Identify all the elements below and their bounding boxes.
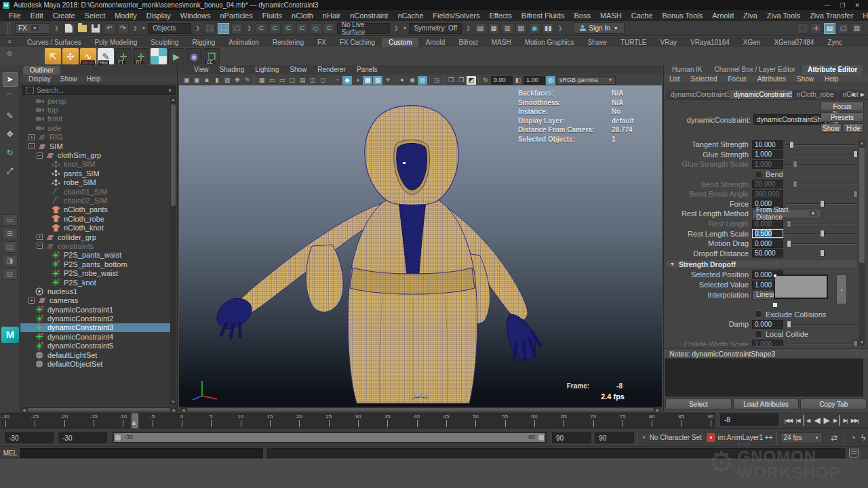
outliner-search-input[interactable]: Search... ▼: [22, 85, 176, 95]
shelf-menu-icon[interactable]: ≡: [7, 38, 11, 45]
xray-joints-icon[interactable]: ❒: [456, 76, 466, 85]
outliner-horizontal-scrollbar[interactable]: ◀▶: [21, 407, 177, 412]
chevron-down-icon[interactable]: ▼: [402, 26, 407, 30]
open-scene-button[interactable]: [77, 23, 88, 34]
command-line-language-toggle[interactable]: MEL: [0, 449, 20, 457]
viewport-menu-show[interactable]: Show: [284, 65, 312, 75]
snap-to-point-icon[interactable]: ⊂: [283, 23, 294, 34]
outliner-vertical-scrollbar[interactable]: ▲ ▼: [170, 96, 176, 405]
node-tab-dynamicconstraintshape3[interactable]: dynamicConstraintShape3: [730, 90, 792, 99]
fps-select[interactable]: 24 fps▼: [781, 432, 823, 443]
safe-title-icon[interactable]: ◻: [318, 76, 328, 85]
multisample-aa-icon[interactable]: ◉: [408, 76, 417, 85]
layout-four-pane-button[interactable]: ⊞: [3, 228, 18, 239]
damp-slider[interactable]: [786, 320, 858, 329]
viewport-menu-panels[interactable]: Panels: [351, 65, 383, 75]
menu-bifrost-fluids[interactable]: Bifrost Fluids: [517, 10, 570, 21]
panel-tab-human-ik[interactable]: Human IK: [667, 65, 707, 75]
group-separator[interactable]: ❯: [556, 25, 565, 31]
local-collide-checkbox[interactable]: [755, 330, 762, 338]
select-hierarchy-mode-icon[interactable]: ⬚: [204, 23, 216, 34]
shaded-icon[interactable]: ◆: [342, 76, 352, 85]
viewport-menu-view[interactable]: View: [189, 65, 214, 75]
screen-space-ao-icon[interactable]: ☀: [383, 76, 393, 85]
menu-nconstraint[interactable]: nConstraint: [345, 10, 393, 21]
outliner-item-ncloth-robe[interactable]: nCloth_robe: [20, 214, 171, 223]
menu-ziva-transfer[interactable]: Ziva Transfer: [805, 10, 858, 21]
minimize-button[interactable]: —: [824, 2, 830, 9]
strength-dropoff-ramp[interactable]: [774, 274, 828, 299]
slider-handle[interactable]: [787, 240, 791, 247]
chevron-down-icon[interactable]: ▼: [642, 435, 646, 440]
node-tab-ncloth-robe[interactable]: nCloth_robe: [793, 90, 837, 99]
focus-button[interactable]: Focus: [821, 102, 864, 111]
scale-tool-icon[interactable]: ⤢: [3, 163, 18, 178]
outliner-item-robe-sim[interactable]: robe_SIM: [20, 178, 171, 187]
outliner-menu-display[interactable]: Display: [24, 75, 55, 83]
exposure-field[interactable]: 0.00: [491, 76, 513, 85]
rest-length-scale-field[interactable]: 0.500: [752, 229, 783, 238]
glue-strength-scale-field[interactable]: 1.000: [752, 160, 783, 169]
outliner-item-ncloth-knot[interactable]: nCloth_knot: [20, 223, 171, 232]
depth-of-field-icon[interactable]: ◎: [418, 76, 427, 85]
outliner-item-chain01-sim[interactable]: chain01_SIM: [20, 187, 171, 196]
shelf-tab-xgena07484[interactable]: XGena07484: [767, 38, 821, 47]
menu-fields-solvers[interactable]: Fields/Solvers: [428, 10, 484, 21]
render-view-icon[interactable]: ▤: [475, 23, 486, 34]
animation-end-field[interactable]: 90: [595, 432, 634, 443]
gate-mask-icon[interactable]: ▢: [288, 76, 297, 85]
pause-viewport-icon[interactable]: ▮▮: [542, 23, 554, 34]
outliner-tab[interactable]: Outliner: [23, 66, 60, 75]
textured-icon[interactable]: ◑: [353, 76, 362, 85]
collapse-icon[interactable]: −: [37, 243, 43, 249]
step-back-key-button[interactable]: ◀: [803, 415, 812, 426]
shelf-tab-fx[interactable]: FX: [311, 38, 333, 47]
outliner-item-ncloth-pants[interactable]: nCloth_pants: [20, 205, 171, 214]
range-slider-bar[interactable]: -30 90: [113, 432, 547, 443]
glue-strength-scale-slider[interactable]: [786, 160, 858, 169]
menu-bonus-tools[interactable]: Bonus Tools: [657, 10, 707, 21]
section-strength-dropoff[interactable]: ▼Strength Dropoff: [665, 260, 858, 268]
anim-layer-icon[interactable]: ▾: [707, 433, 715, 442]
step-forward-frame-button[interactable]: ▶|: [841, 415, 850, 426]
script-editor-icon[interactable]: [849, 449, 859, 458]
outliner-menu-show[interactable]: Show: [56, 75, 81, 83]
slider-handle[interactable]: [787, 321, 791, 328]
slider-handle[interactable]: [789, 141, 794, 148]
group-separator[interactable]: ❯: [193, 25, 202, 31]
panel-tab-attribute-editor[interactable]: Attribute Editor: [802, 65, 863, 75]
viewport-menu-lighting[interactable]: Lighting: [250, 65, 284, 75]
menu-ncache[interactable]: nCache: [393, 10, 428, 21]
shelf-icon-mesh[interactable]: ∿Mesh: [80, 48, 96, 64]
playback-loop-icon[interactable]: ⇄: [828, 433, 840, 443]
outliner-item-constraints[interactable]: −constraints: [20, 241, 171, 250]
collapse-icon[interactable]: −: [28, 143, 35, 149]
undo-button[interactable]: ↶: [104, 23, 115, 34]
layout-two-pane-button[interactable]: ◫: [3, 241, 18, 253]
shelf-tab-animation[interactable]: Animation: [222, 38, 265, 47]
presets-button[interactable]: Presets: [821, 113, 864, 122]
menu-select[interactable]: Select: [80, 10, 111, 21]
node-tab-scroll-arrows[interactable]: ◀ ▶: [850, 92, 867, 98]
slider-handle[interactable]: [820, 249, 825, 257]
ramp-expand-button[interactable]: ›: [836, 274, 847, 304]
toggle-attribute-editor-icon[interactable]: ▤: [824, 23, 835, 34]
save-scene-button[interactable]: [90, 23, 102, 34]
group-separator[interactable]: ❯: [245, 25, 254, 31]
outliner-item-dynamicconstraint3[interactable]: dynamicConstraint3: [20, 323, 171, 332]
slider-handle[interactable]: [853, 340, 858, 346]
outliner-item-defaultlightset[interactable]: defaultLightSet: [20, 350, 171, 359]
viewport-horizontal-scrollbar[interactable]: ◀▶: [180, 407, 660, 412]
ramp-key-swatch[interactable]: [772, 302, 778, 308]
dynamic-constraint-name-field[interactable]: dynamicConstraintShape3: [753, 114, 828, 125]
layout-persp-graph-button[interactable]: ⊟: [3, 268, 18, 280]
shelf-tab-custom[interactable]: Custom: [382, 38, 418, 47]
rest-length-method-select[interactable]: From Start Distance▼: [752, 209, 821, 218]
selection-mask-field[interactable]: Objects: [148, 23, 191, 34]
bookmark-icon[interactable]: ▮: [212, 76, 222, 85]
view-transform-select[interactable]: sRGB gamma▼: [556, 76, 616, 85]
command-line-input[interactable]: [20, 448, 263, 458]
slider-handle[interactable]: [820, 230, 825, 237]
attribute-editor-scrollbar[interactable]: ▲ ▼: [859, 140, 865, 346]
step-back-frame-button[interactable]: |◀: [793, 415, 802, 426]
